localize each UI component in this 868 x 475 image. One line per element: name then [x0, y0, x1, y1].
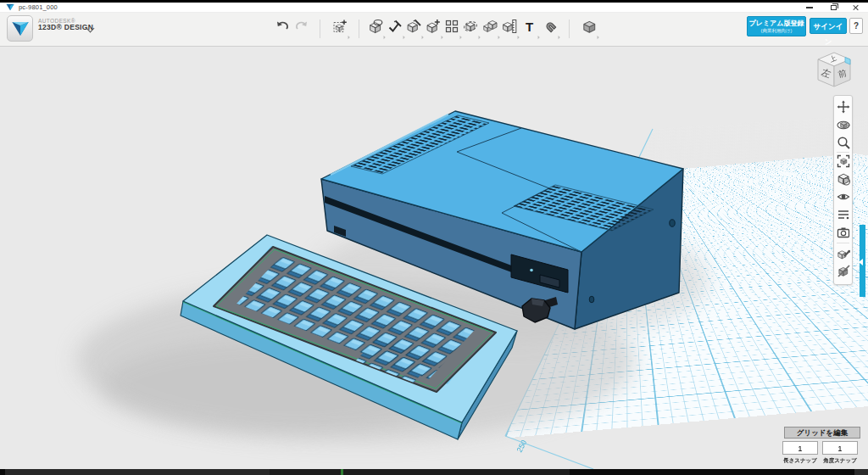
paint-cube-icon [837, 246, 850, 260]
premium-register-label: プレミアム版登録 [748, 20, 805, 28]
pan-button[interactable] [836, 99, 850, 114]
redo-button[interactable] [292, 19, 311, 39]
camera-icon [837, 226, 850, 239]
taskbar-segment [5, 469, 270, 475]
nav-separator [837, 152, 849, 153]
power-led [530, 269, 533, 272]
toolbar-separator [569, 20, 570, 38]
length-snap-label: 長さスナップ [782, 457, 819, 465]
shaded-cube-icon [837, 172, 850, 186]
length-snap-input[interactable] [782, 441, 818, 455]
angle-snap-label: 角度スナップ [821, 457, 859, 465]
premium-register-button[interactable]: プレミアム版登録 (商業利用向け) [747, 16, 806, 36]
main-toolbar: AUTODESK® 123D® DESIGN [0, 13, 868, 47]
hidden-cube-icon [837, 264, 850, 277]
toolbar-separator [359, 20, 359, 38]
dimension-display-button[interactable] [836, 207, 850, 221]
sketch-icon [387, 19, 403, 34]
panel-expand-handle[interactable] [860, 225, 865, 297]
combine-tool-button[interactable] [481, 19, 499, 39]
grouping-tool-button[interactable] [461, 19, 480, 39]
hide-show-button[interactable] [836, 263, 850, 277]
viewport-canvas[interactable]: 275 250 [0, 47, 868, 469]
screenshot-button[interactable] [836, 225, 850, 239]
dimension-lines-icon [837, 208, 850, 221]
eye-icon [837, 190, 850, 204]
minimize-icon [806, 7, 813, 8]
zoom-fit-button[interactable] [836, 154, 850, 168]
material-tool-button[interactable] [580, 19, 598, 39]
text-tool-button[interactable]: T [520, 19, 539, 39]
modify-icon [426, 19, 441, 34]
app-window: pc-9801_000 AUTODESK® 123D® DESIGN [0, 0, 868, 475]
measure-icon [502, 19, 517, 34]
snap-tool-button[interactable] [541, 19, 559, 39]
close-icon [852, 4, 859, 11]
app-logo-icon [6, 3, 14, 11]
modify-tool-button[interactable] [424, 19, 442, 39]
primitives-tool-button[interactable] [366, 19, 385, 39]
title-bar: pc-9801_000 [0, 3, 868, 13]
taskbar-segment [854, 469, 868, 475]
material-view-button[interactable] [836, 245, 850, 260]
3d-model-scene[interactable] [0, 47, 868, 469]
primitives-icon [368, 19, 383, 34]
toolbar-separator [320, 20, 320, 38]
visibility-button[interactable] [836, 189, 850, 204]
grouping-icon [463, 19, 478, 34]
measure-tool-button[interactable] [500, 19, 519, 39]
maximize-button[interactable] [824, 3, 843, 13]
case-side-hole [589, 296, 594, 303]
123d-logo-icon [10, 20, 31, 38]
text-tool-icon: T [522, 19, 537, 34]
undo-icon [275, 19, 290, 34]
insert-tool-button[interactable] [331, 19, 349, 39]
combine-icon [482, 19, 498, 34]
material-cube-icon [581, 19, 597, 34]
taskbar-segment [270, 469, 570, 475]
construct-tool-button[interactable] [404, 19, 423, 39]
undo-button[interactable] [273, 19, 292, 39]
case-side-hole [670, 220, 675, 226]
app-menu-button[interactable] [7, 15, 33, 42]
pattern-icon [444, 19, 459, 34]
orbit-button[interactable] [836, 117, 850, 131]
window-title: pc-9801_000 [19, 3, 58, 11]
sketch-tool-button[interactable] [386, 19, 404, 39]
taskbar-segment-green [341, 469, 343, 475]
taskbar-sliver [0, 469, 868, 475]
brand-product: 123D® DESIGN [38, 24, 93, 32]
orbit-icon [837, 118, 850, 131]
sign-in-button[interactable]: サインイン [810, 18, 847, 34]
magnifier-icon [837, 136, 850, 149]
shading-mode-button[interactable] [836, 171, 850, 186]
zoom-button[interactable] [836, 135, 850, 149]
close-button[interactable] [846, 3, 865, 13]
angle-snap-input[interactable] [822, 441, 858, 455]
pattern-tool-button[interactable] [442, 19, 461, 39]
fit-view-icon [837, 154, 850, 168]
brand-text: AUTODESK® 123D® DESIGN [38, 18, 93, 32]
view-cube[interactable]: 上 左 前 [810, 48, 858, 96]
edit-grid-button[interactable]: グリッドを編集 [784, 427, 860, 439]
premium-register-sublabel: (商業利用向け) [748, 28, 805, 34]
grid-settings-panel: グリッドを編集 長さスナップ 角度スナップ [782, 427, 863, 439]
snap-magnet-icon [542, 19, 558, 34]
help-button[interactable]: ? [849, 18, 863, 34]
insert-icon [332, 19, 348, 34]
nav-separator [837, 243, 849, 243]
svg-text:T: T [526, 20, 533, 34]
navigation-rail [833, 95, 853, 285]
pan-icon [837, 100, 850, 114]
minimize-button[interactable] [800, 3, 819, 13]
construct-icon [406, 19, 421, 34]
restore-icon [831, 5, 837, 10]
redo-icon [294, 19, 309, 34]
